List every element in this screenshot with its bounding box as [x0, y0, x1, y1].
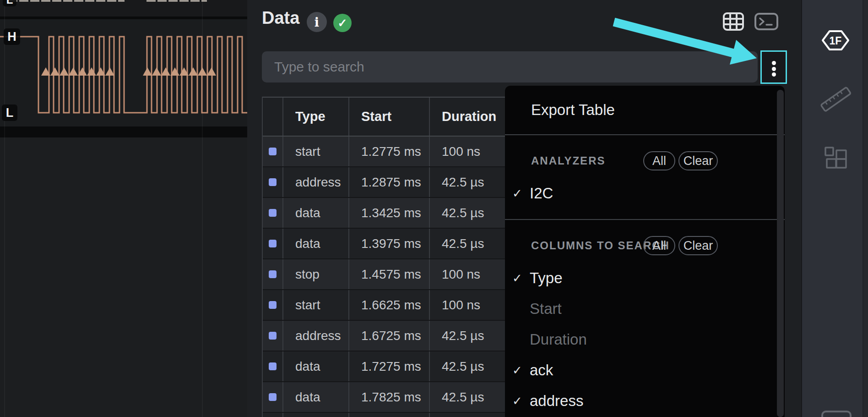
sidebar-edge-strip [863, 0, 868, 417]
layout-blocks-icon[interactable] [825, 146, 848, 170]
analyzer-color-cell [263, 290, 282, 320]
measure-ruler-icon[interactable] [818, 85, 854, 114]
analyzer-color-cell [263, 137, 282, 166]
cell-type: start [282, 290, 348, 320]
menu-checkbox-item[interactable]: ✓ Type [505, 265, 777, 291]
select-all-button[interactable]: All [643, 151, 675, 170]
cell-type: data [282, 382, 348, 412]
table-row[interactable]: data1.7275 ms42.5 µs [263, 351, 521, 382]
cell-start: 1.7825 ms [348, 382, 429, 412]
column-header[interactable]: Type [282, 98, 348, 136]
signal-high-label: H [4, 28, 20, 45]
table-row[interactable]: data1.7825 ms42.5 µs [263, 382, 521, 413]
menu-item-export-table[interactable]: Export Table [505, 86, 777, 134]
analyzer-color-cell [263, 259, 282, 289]
digital-waveform[interactable] [0, 0, 247, 417]
table-row[interactable]: start1.2775 ms100 ns [263, 137, 521, 167]
menu-divider [505, 134, 785, 135]
analyzer-color-cell [263, 321, 282, 351]
checkmark-icon: ✓ [505, 363, 530, 378]
clear-all-button[interactable]: Clear [678, 151, 718, 170]
menu-checkbox-item[interactable]: Duration [505, 327, 777, 352]
table-row[interactable]: address1.6725 ms42.5 µs [263, 321, 521, 351]
analyzer-color-chip [269, 270, 277, 278]
cell-start: 1.6725 ms [348, 321, 429, 351]
checkmark-icon: ✓ [505, 187, 530, 201]
app-window: L H L Data i ✓ TypeStartDuration star [0, 0, 868, 417]
right-toolbar-sidebar: 1F [801, 0, 868, 417]
analyzer-color-chip [269, 240, 277, 247]
menu-divider [505, 219, 785, 220]
table-row[interactable]: address1.2875 ms42.5 µs [263, 167, 521, 198]
table-row[interactable]: start1.6625 ms100 ns [263, 290, 521, 321]
table-grid-icon[interactable] [722, 12, 744, 31]
panel-title: Data [262, 8, 299, 28]
data-table: TypeStartDuration start1.2775 ms100 nsad… [262, 97, 521, 417]
cell-start: 1.3425 ms [348, 198, 429, 228]
kebab-dot [772, 61, 776, 65]
column-header[interactable]: Start [348, 98, 429, 136]
analyzer-color-chip [269, 148, 277, 155]
menu-checkbox-item[interactable]: Start [505, 296, 777, 322]
signal-low-label-top-channel: L [3, 0, 16, 6]
table-header-row: TypeStartDuration [263, 98, 521, 137]
clear-all-button[interactable]: Clear [678, 236, 718, 255]
analyzer-color-chip [269, 301, 277, 309]
cell-type: address [282, 167, 348, 197]
checkmark-icon: ✓ [505, 271, 530, 285]
analyzer-color-cell [263, 167, 282, 197]
cell-start: 1.2875 ms [348, 167, 429, 197]
cell-start: 1.3975 ms [348, 229, 429, 258]
analyzer-color-chip [269, 362, 277, 370]
terminal-icon[interactable] [754, 13, 778, 30]
cell-start: 1.7275 ms [348, 351, 429, 381]
table-row-partial[interactable] [263, 413, 521, 417]
table-options-kebab-button[interactable] [760, 50, 787, 84]
cell-start: 1.6625 ms [348, 290, 429, 320]
signal-low-label: L [2, 104, 17, 121]
menu-section-header: ANALYZERS All Clear [505, 148, 777, 174]
bottom-partial-icon[interactable] [821, 411, 852, 417]
analyzer-color-cell [263, 198, 282, 228]
menu-checkbox-item[interactable]: ✓ I2C [505, 181, 777, 206]
analyzer-color-chip [269, 393, 277, 401]
analyzer-color-cell [263, 351, 282, 381]
cell-type: stop [282, 259, 348, 289]
table-options-menu: Export Table ANALYZERS All Clear ✓ I2C C… [505, 86, 785, 417]
waveform-panel: L H L [0, 0, 248, 417]
header-color-column [263, 98, 282, 136]
analyzer-color-chip [269, 209, 277, 217]
kebab-dot [772, 72, 776, 77]
table-row[interactable]: stop1.4575 ms100 ns [263, 259, 521, 290]
cell-type: address [282, 321, 348, 351]
svg-text:1F: 1F [830, 35, 842, 47]
capture-badge-icon[interactable]: 1F [821, 29, 850, 51]
cell-type: data [282, 229, 348, 258]
menu-section-header: COLUMNS TO SEARCH All Clear [505, 233, 777, 258]
search-input[interactable] [262, 51, 758, 82]
analyzer-color-cell [263, 382, 282, 412]
table-row[interactable]: data1.3975 ms42.5 µs [263, 229, 521, 259]
analyzer-status-check-icon[interactable]: ✓ [333, 14, 352, 32]
menu-section-label: ANALYZERS [505, 154, 605, 167]
select-all-button[interactable]: All [643, 236, 675, 255]
analyzer-color-cell [263, 229, 282, 258]
menu-checkbox-item[interactable]: ✓ ack [505, 357, 777, 383]
cell-start: 1.2775 ms [348, 137, 429, 166]
cell-start: 1.4575 ms [348, 259, 429, 289]
checkmark-icon: ✓ [505, 394, 530, 408]
cell-type: data [282, 351, 348, 381]
menu-scrollbar[interactable] [777, 90, 784, 417]
analyzer-color-chip [269, 332, 277, 340]
info-icon[interactable]: i [307, 12, 327, 32]
cell-type: start [282, 137, 348, 166]
kebab-dot [772, 67, 776, 71]
cell-type: data [282, 198, 348, 228]
table-row[interactable]: data1.3425 ms42.5 µs [263, 198, 521, 229]
menu-checkbox-item[interactable]: ✓ address [505, 388, 777, 414]
analyzer-color-chip [269, 178, 277, 186]
